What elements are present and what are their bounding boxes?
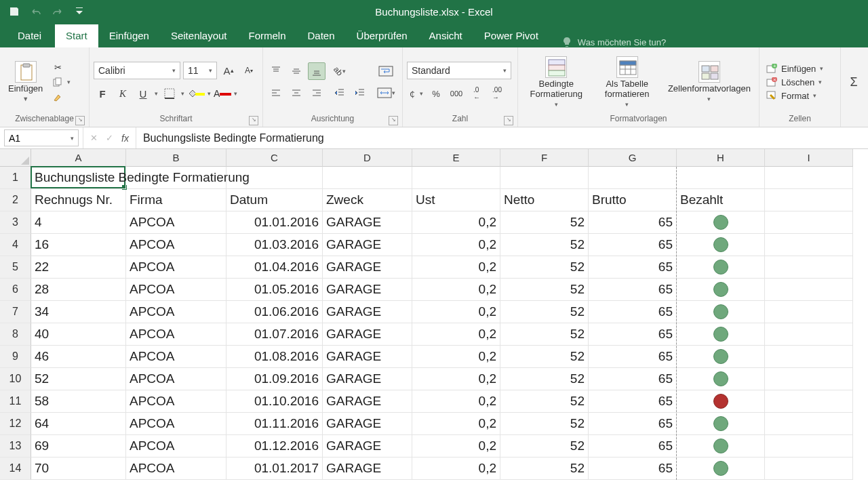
cell[interactable]: APCOA (126, 256, 226, 279)
cell[interactable]: 65 (589, 346, 677, 368)
cell[interactable]: 52 (500, 390, 589, 413)
cell[interactable]: APCOA (126, 279, 226, 301)
alignment-dialog-launcher[interactable]: ↘ (389, 116, 398, 125)
redo-icon[interactable] (50, 4, 65, 19)
cell[interactable]: Bezahlt (677, 189, 765, 211)
cell[interactable]: Rechnugs Nr. (31, 189, 126, 211)
bold-button[interactable]: F (94, 85, 111, 102)
increase-decimal-button[interactable]: .0← (468, 85, 486, 102)
cell[interactable]: 01.07.2016 (226, 323, 323, 346)
cell[interactable]: 52 (500, 458, 589, 480)
cell[interactable] (412, 167, 500, 189)
fill-color-menu[interactable]: ▾ (208, 90, 211, 97)
cell[interactable]: APCOA (126, 435, 226, 458)
select-all-corner[interactable] (0, 149, 31, 167)
format-cells-button[interactable]: Format ▾ (764, 90, 826, 101)
cell[interactable]: APCOA (126, 413, 226, 435)
cell[interactable]: Datum (226, 189, 323, 211)
cell[interactable]: GARAGE (323, 301, 412, 323)
font-size-combo[interactable]: 11▾ (183, 62, 217, 79)
orientation-button[interactable]: ab ▾ (331, 62, 349, 80)
col-header-G[interactable]: G (589, 149, 677, 167)
comma-format-button[interactable]: 000 (448, 85, 465, 102)
cell[interactable] (765, 458, 853, 480)
accept-formula-icon[interactable]: ✓ (106, 133, 113, 143)
cell[interactable]: 52 (500, 301, 589, 323)
cell[interactable]: 58 (31, 390, 126, 413)
cell[interactable] (677, 458, 765, 480)
cell[interactable]: 0,2 (412, 413, 500, 435)
autosum-button[interactable]: Σ (845, 73, 863, 91)
cell[interactable] (677, 279, 765, 301)
cell[interactable]: Firma (126, 189, 226, 211)
cell[interactable]: GARAGE (323, 323, 412, 346)
cell[interactable]: APCOA (126, 211, 226, 234)
cell[interactable]: 01.11.2016 (226, 413, 323, 435)
cell[interactable]: 01.10.2016 (226, 390, 323, 413)
increase-indent-button[interactable] (351, 84, 369, 102)
cell[interactable]: 65 (589, 368, 677, 390)
cancel-formula-icon[interactable]: ✕ (90, 133, 98, 143)
cell[interactable]: 16 (31, 234, 126, 256)
col-header-A[interactable]: A (31, 149, 126, 167)
cell[interactable]: 0,2 (412, 435, 500, 458)
col-header-C[interactable]: C (226, 149, 323, 167)
cell[interactable] (677, 346, 765, 368)
cell[interactable]: APCOA (126, 346, 226, 368)
col-header-B[interactable]: B (126, 149, 226, 167)
cell[interactable]: GARAGE (323, 368, 412, 390)
cell[interactable] (765, 167, 853, 189)
cell[interactable] (677, 435, 765, 458)
cell[interactable]: 0,2 (412, 368, 500, 390)
cell[interactable] (677, 256, 765, 279)
copy-button[interactable]: ▾ (50, 77, 73, 87)
accounting-format-button[interactable]: ₵▾ (407, 85, 425, 102)
tab-insert[interactable]: Einfügen (98, 24, 160, 47)
cell[interactable] (677, 323, 765, 346)
cell[interactable] (765, 279, 853, 301)
cell[interactable]: 52 (500, 368, 589, 390)
cell[interactable]: 52 (500, 211, 589, 234)
cell-styles-button[interactable]: Zellenformatvorlagen▾ (664, 60, 755, 104)
cell[interactable] (677, 390, 765, 413)
cell[interactable]: 0,2 (412, 256, 500, 279)
cell[interactable]: APCOA (126, 301, 226, 323)
cell[interactable] (765, 189, 853, 211)
cell[interactable]: Ust (412, 189, 500, 211)
cell[interactable] (677, 211, 765, 234)
cell[interactable]: 65 (589, 413, 677, 435)
cell[interactable]: 65 (589, 323, 677, 346)
cell[interactable]: 01.01.2016 (226, 211, 323, 234)
cell[interactable]: Netto (500, 189, 589, 211)
align-right-button[interactable] (308, 84, 326, 102)
tab-power-pivot[interactable]: Power Pivot (473, 24, 549, 47)
row-header[interactable]: 7 (0, 301, 31, 323)
cell[interactable]: APCOA (126, 323, 226, 346)
cell[interactable] (765, 390, 853, 413)
cell[interactable]: 65 (589, 279, 677, 301)
format-as-table-button[interactable]: Als Tabelle formatieren▾ (593, 55, 661, 109)
cell[interactable]: 01.05.2016 (226, 279, 323, 301)
cell[interactable]: APCOA (126, 390, 226, 413)
cell[interactable]: Zweck (323, 189, 412, 211)
save-icon[interactable] (7, 4, 22, 19)
cell[interactable]: 65 (589, 390, 677, 413)
cell[interactable]: 52 (31, 368, 126, 390)
cell[interactable]: 0,2 (412, 301, 500, 323)
tab-home[interactable]: Start (55, 24, 98, 47)
borders-menu[interactable]: ▾ (181, 90, 184, 97)
cell[interactable]: APCOA (126, 234, 226, 256)
cell[interactable]: 0,2 (412, 458, 500, 480)
tab-review[interactable]: Überprüfen (346, 24, 418, 47)
cell[interactable]: APCOA (126, 458, 226, 480)
font-dialog-launcher[interactable]: ↘ (249, 116, 258, 125)
cell[interactable]: 0,2 (412, 346, 500, 368)
cell[interactable]: 46 (31, 346, 126, 368)
cell[interactable]: 01.01.2017 (226, 458, 323, 480)
cut-button[interactable]: ✂ (50, 62, 73, 73)
cell[interactable]: GARAGE (323, 346, 412, 368)
cell[interactable]: 01.09.2016 (226, 368, 323, 390)
row-header[interactable]: 6 (0, 279, 31, 301)
tab-page-layout[interactable]: Seitenlayout (160, 24, 238, 47)
row-header[interactable]: 11 (0, 390, 31, 413)
